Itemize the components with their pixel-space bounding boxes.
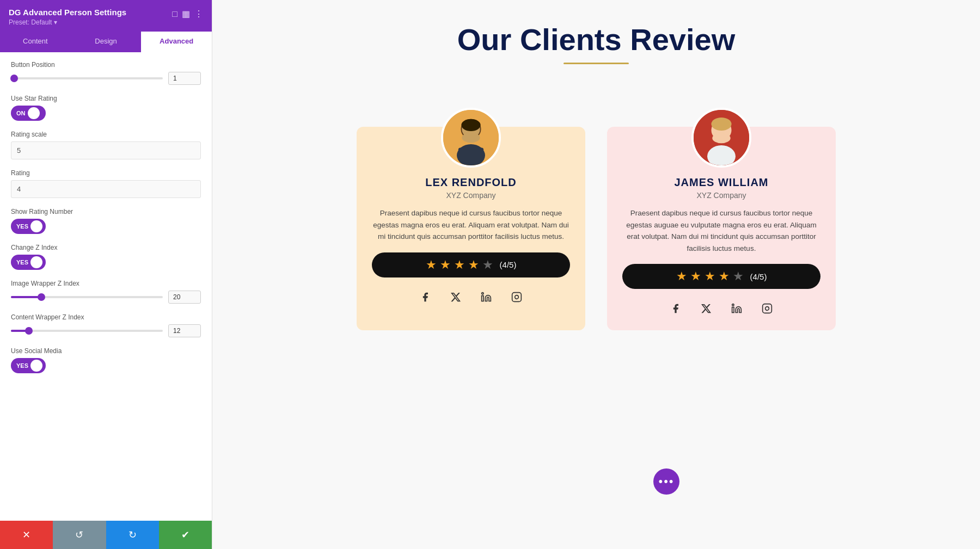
card-1-social (416, 288, 525, 306)
star-3: ★ (705, 269, 715, 283)
rating-input[interactable] (11, 180, 201, 198)
button-position-thumb[interactable] (10, 75, 18, 82)
show-rating-number-knob (30, 220, 42, 232)
tab-design[interactable]: Design (71, 32, 142, 52)
panel-title: DG Advanced Person Settings (9, 8, 168, 17)
image-wrapper-z-track (11, 296, 163, 298)
x-icon[interactable] (447, 288, 464, 306)
avatar-1 (441, 108, 501, 168)
rating-scale-setting: Rating scale (11, 131, 201, 159)
svg-rect-17 (732, 307, 734, 313)
use-star-rating-setting: Use Star Rating ON (11, 95, 201, 121)
facebook-icon[interactable] (416, 288, 434, 306)
use-social-media-label: Use Social Media (11, 347, 201, 355)
image-wrapper-z-slider-row: 20 (11, 291, 201, 304)
save-button[interactable]: ✔ (159, 521, 212, 549)
title-underline (564, 63, 629, 64)
rating-scale-input[interactable] (11, 141, 201, 159)
change-z-index-toggle-label: YES (16, 259, 28, 266)
card-2-text: Praesent dapibus neque id cursus faucibu… (622, 207, 820, 254)
card-2-rating-text: (4/5) (750, 272, 767, 281)
rating-label: Rating (11, 169, 201, 177)
cards-row: LEX RENDFOLD XYZ Company Praesent dapibu… (245, 91, 947, 330)
window-icon[interactable]: □ (172, 9, 177, 19)
image-wrapper-z-value[interactable]: 20 (168, 291, 201, 304)
change-z-index-setting: Change Z Index YES (11, 244, 201, 270)
use-star-rating-label: Use Star Rating (11, 95, 201, 102)
card-1-company: XYZ Company (446, 191, 495, 200)
facebook-icon-2[interactable] (667, 300, 684, 317)
linkedin-icon[interactable] (477, 288, 495, 306)
use-social-media-setting: Use Social Media YES (11, 347, 201, 373)
instagram-icon[interactable] (508, 288, 525, 306)
avatar-2 (691, 108, 751, 168)
use-star-rating-toggle[interactable]: ON (11, 106, 46, 121)
use-social-media-knob (30, 360, 42, 372)
image-wrapper-z-fill (11, 296, 41, 298)
star-2: ★ (690, 269, 701, 283)
show-rating-number-setting: Show Rating Number YES (11, 208, 201, 234)
star-5: ★ (482, 258, 493, 272)
instagram-icon-2[interactable] (758, 300, 776, 317)
star-4: ★ (468, 258, 479, 272)
panel-header: DG Advanced Person Settings Preset: Defa… (0, 0, 212, 32)
svg-rect-7 (482, 295, 483, 301)
undo-icon: ↺ (75, 529, 83, 541)
use-social-media-toggle-label: YES (16, 362, 28, 369)
change-z-index-label: Change Z Index (11, 244, 201, 251)
cancel-button[interactable]: ✕ (0, 521, 53, 549)
content-wrapper-z-thumb[interactable] (25, 327, 33, 335)
redo-icon: ↻ (128, 529, 137, 541)
card-1-rating-text: (4/5) (500, 260, 517, 269)
svg-rect-19 (763, 304, 772, 313)
svg-rect-9 (512, 292, 522, 301)
rating-scale-label: Rating scale (11, 131, 201, 138)
fab-button[interactable]: ••• (653, 468, 679, 495)
panel-tabs: Content Design Advanced (0, 32, 212, 52)
button-position-slider-row: 1 (11, 72, 201, 85)
card-1-name: LEX RENDFOLD (425, 176, 517, 189)
show-rating-number-toggle[interactable]: YES (11, 219, 46, 234)
main-content: Our Clients Review LEX RENDFOLD (212, 0, 980, 549)
button-position-value[interactable]: 1 (168, 72, 201, 85)
svg-point-18 (732, 304, 734, 306)
star-3: ★ (454, 258, 465, 272)
card-2-company: XYZ Company (696, 191, 746, 200)
card-1-text: Praesent dapibus neque id cursus faucibu… (372, 207, 570, 243)
svg-point-16 (712, 133, 730, 144)
more-icon[interactable]: ⋮ (194, 9, 203, 19)
review-card-2: JAMES WILLIAM XYZ Company Praesent dapib… (607, 127, 836, 330)
undo-button[interactable]: ↺ (53, 521, 106, 549)
tab-advanced[interactable]: Advanced (141, 32, 212, 52)
panel-header-icons: □ ▦ ⋮ (172, 9, 203, 19)
image-wrapper-z-thumb[interactable] (38, 293, 45, 301)
star-1: ★ (426, 258, 437, 272)
show-rating-number-toggle-label: YES (16, 223, 28, 230)
panel-footer: ✕ ↺ ↻ ✔ (0, 521, 212, 549)
star-2: ★ (440, 258, 451, 272)
x-icon-2[interactable] (697, 300, 715, 317)
close-icon: ✕ (22, 529, 30, 541)
star-5: ★ (733, 269, 744, 283)
content-wrapper-z-value[interactable]: 12 (168, 324, 201, 337)
tab-content[interactable]: Content (0, 32, 71, 52)
image-wrapper-z-setting: Image Wrapper Z Index 20 (11, 280, 201, 304)
redo-button[interactable]: ↻ (106, 521, 159, 549)
star-4: ★ (719, 269, 730, 283)
button-position-track (11, 77, 163, 79)
use-social-media-toggle[interactable]: YES (11, 358, 46, 373)
svg-point-5 (462, 133, 480, 143)
svg-point-2 (457, 144, 485, 165)
card-1-rating-bar: ★ ★ ★ ★ ★ (4/5) (372, 252, 570, 277)
linkedin-icon-2[interactable] (728, 300, 745, 317)
review-card-1: LEX RENDFOLD XYZ Company Praesent dapibu… (357, 127, 585, 330)
star-1: ★ (676, 269, 687, 283)
show-rating-number-label: Show Rating Number (11, 208, 201, 215)
image-wrapper-z-label: Image Wrapper Z Index (11, 280, 201, 287)
panel-preset[interactable]: Preset: Default ▾ (9, 18, 168, 26)
use-star-rating-knob (28, 107, 40, 119)
change-z-index-toggle[interactable]: YES (11, 255, 46, 270)
layout-icon[interactable]: ▦ (182, 9, 190, 19)
content-wrapper-z-setting: Content Wrapper Z Index 12 (11, 313, 201, 337)
content-wrapper-z-label: Content Wrapper Z Index (11, 313, 201, 321)
